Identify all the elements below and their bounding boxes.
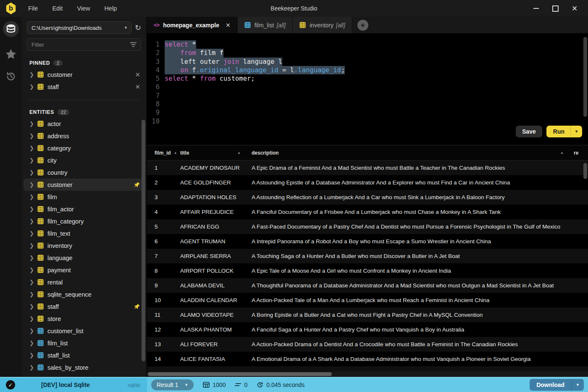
cell-title[interactable]: AIRPLANE SIERRA: [180, 253, 252, 259]
code-line-4[interactable]: 4 on f.original_language_id = l.language…: [147, 66, 345, 74]
cell-title[interactable]: ALASKA PHANTOM: [180, 326, 252, 333]
cell-film-id[interactable]: 4: [147, 209, 180, 215]
cell-title[interactable]: ALI FOREVER: [180, 341, 252, 347]
table-row-2[interactable]: 2 ACE GOLDFINGER A Astounding Epistle of…: [147, 175, 588, 190]
chevron-right-icon[interactable]: ❯: [29, 242, 34, 249]
chevron-right-icon[interactable]: ❯: [29, 364, 34, 371]
tab-inventory[interactable]: inventory [all]: [293, 17, 352, 33]
table-row-9[interactable]: 9 ALABAMA DEVIL A Thoughtful Panorama of…: [147, 278, 588, 293]
cell-film-id[interactable]: 12: [147, 326, 180, 333]
run-button[interactable]: Run ▼: [546, 126, 582, 137]
pinned-item-customer[interactable]: ❯ customer ✕: [22, 68, 146, 81]
cell-title[interactable]: AIRPORT POLLOCK: [180, 268, 252, 274]
code-line-3[interactable]: 3 left outer join language l: [147, 58, 345, 66]
table-row-7[interactable]: 7 AIRPLANE SIERRA A Touching Saga of a H…: [147, 249, 588, 263]
entity-item-category[interactable]: ❯ category: [22, 142, 146, 154]
chevron-right-icon[interactable]: ❯: [29, 157, 34, 163]
table-row-6[interactable]: 6 AGENT TRUMAN A Intrepid Panorama of a …: [147, 234, 588, 249]
cell-description[interactable]: A Epic Tale of a Moose And a Girl who mu…: [252, 268, 588, 274]
cell-film-id[interactable]: 11: [147, 312, 180, 318]
unpin-button[interactable]: ✕: [135, 83, 140, 91]
cell-description[interactable]: A Thoughtful Panorama of a Database Admi…: [252, 282, 588, 289]
entity-item-film_actor[interactable]: ❯ film_actor: [22, 203, 146, 215]
close-window-button[interactable]: ✕: [571, 5, 578, 12]
cell-description[interactable]: A Astounding Epistle of a Database Admin…: [252, 179, 588, 186]
cell-description[interactable]: A Fanciful Saga of a Hunter And a Pastry…: [252, 326, 588, 333]
favorites-panel-button[interactable]: [5, 49, 16, 59]
entity-item-inventory[interactable]: ❯ inventory: [22, 239, 146, 252]
chevron-right-icon[interactable]: ❯: [29, 328, 34, 334]
cell-film-id[interactable]: 9: [147, 282, 180, 289]
table-row-13[interactable]: 13 ALI FOREVER A Action-Packed Drama of …: [147, 337, 588, 352]
cell-title[interactable]: AGENT TRUMAN: [180, 238, 252, 245]
entity-item-customer[interactable]: ❯ customer: [24, 179, 144, 191]
entity-item-film_text[interactable]: ❯ film_text: [22, 227, 146, 239]
cell-title[interactable]: ALAMO VIDEOTAPE: [180, 312, 252, 318]
filter-input[interactable]: [32, 42, 130, 48]
chevron-right-icon[interactable]: ❯: [29, 218, 34, 224]
cell-description[interactable]: A Touching Saga of a Hunter And a Butler…: [252, 253, 588, 259]
cell-title[interactable]: AFRICAN EGG: [180, 224, 252, 230]
cell-title[interactable]: ALICE FANTASIA: [180, 356, 252, 362]
history-panel-button[interactable]: [5, 71, 16, 82]
new-tab-button[interactable]: +: [357, 20, 368, 31]
cell-title[interactable]: ACADEMY DINOSAUR: [180, 165, 252, 171]
chevron-right-icon[interactable]: ❯: [29, 230, 34, 237]
cell-film-id[interactable]: 6: [147, 238, 180, 245]
chevron-right-icon[interactable]: ❯: [29, 291, 34, 297]
code-line-2[interactable]: 2 from film f: [147, 49, 345, 57]
table-row-1[interactable]: 1 ACADEMY DINOSAUR A Epic Drama of a Fem…: [147, 160, 588, 175]
minimize-button[interactable]: [533, 5, 539, 12]
download-button[interactable]: Download ▼: [530, 379, 584, 391]
chevron-right-icon[interactable]: ❯: [29, 145, 34, 151]
column-header-description[interactable]: description ▲: [252, 150, 574, 156]
cell-title[interactable]: ACE GOLDFINGER: [180, 179, 252, 186]
cell-film-id[interactable]: 1: [147, 165, 180, 171]
chevron-right-icon[interactable]: ❯: [29, 84, 34, 90]
cell-film-id[interactable]: 14: [147, 356, 180, 362]
entity-item-rental[interactable]: ❯ rental: [22, 276, 146, 288]
cell-description[interactable]: A Astounding Reflection of a Lumberjack …: [252, 194, 588, 200]
chevron-right-icon[interactable]: ❯: [29, 279, 34, 285]
cell-film-id[interactable]: 8: [147, 268, 180, 274]
column-header-partial[interactable]: re: [574, 150, 588, 156]
cell-film-id[interactable]: 5: [147, 224, 180, 230]
chevron-right-icon[interactable]: ❯: [29, 303, 34, 310]
code-line-8[interactable]: 8: [147, 100, 345, 108]
result-selector[interactable]: Result 1 ▼: [151, 379, 194, 390]
table-row-12[interactable]: 12 ALASKA PHANTOM A Fanciful Saga of a H…: [147, 322, 588, 337]
cell-film-id[interactable]: 3: [147, 194, 180, 200]
chevron-right-icon[interactable]: ❯: [29, 267, 34, 273]
horizontal-scrollbar-thumb[interactable]: [148, 372, 332, 376]
entity-item-film_list[interactable]: ❯ film_list: [22, 337, 146, 349]
connection-status-button[interactable]: ✓ [DEV] local Sqlite sqlite: [0, 378, 147, 392]
editor-scrollbar[interactable]: [583, 37, 587, 117]
cell-film-id[interactable]: 2: [147, 179, 180, 186]
entity-item-city[interactable]: ❯ city: [22, 154, 146, 166]
chevron-right-icon[interactable]: ❯: [29, 71, 34, 78]
column-header-film-id[interactable]: film_id ▲: [147, 150, 180, 156]
sidebar-scrollbar[interactable]: [142, 120, 145, 361]
cell-title[interactable]: ALADDIN CALENDAR: [180, 297, 252, 303]
entity-item-film_category[interactable]: ❯ film_category: [22, 215, 146, 227]
entity-item-actor[interactable]: ❯ actor: [22, 118, 146, 130]
cell-description[interactable]: A Boring Epistle of a Butler And a Cat w…: [252, 312, 588, 318]
pinned-item-staff[interactable]: ❯ staff ✕: [22, 81, 146, 93]
cell-description[interactable]: A Emotional Drama of a A Shark And a Dat…: [252, 356, 588, 362]
cell-title[interactable]: ALABAMA DEVIL: [180, 282, 252, 289]
download-options-dropdown[interactable]: ▼: [571, 379, 584, 391]
code-line-1[interactable]: 1select *: [147, 40, 345, 49]
table-row-3[interactable]: 3 ADAPTATION HOLES A Astounding Reflecti…: [147, 190, 588, 205]
sql-editor[interactable]: 1select * 2 from film f 3 left outer joi…: [147, 33, 588, 145]
refresh-button[interactable]: ↻: [135, 24, 141, 32]
table-row-11[interactable]: 11 ALAMO VIDEOTAPE A Boring Epistle of a…: [147, 308, 588, 322]
table-row-5[interactable]: 5 AFRICAN EGG A Fast-Paced Documentary o…: [147, 219, 588, 234]
chevron-right-icon[interactable]: ❯: [29, 169, 34, 176]
code-area[interactable]: 1select * 2 from film f 3 left outer joi…: [147, 40, 345, 126]
chevron-right-icon[interactable]: ❯: [29, 352, 34, 358]
maximize-button[interactable]: [552, 5, 559, 12]
code-line-10[interactable]: 10: [147, 117, 345, 126]
code-line-9[interactable]: 9: [147, 108, 345, 117]
chevron-right-icon[interactable]: ❯: [29, 316, 34, 322]
chevron-right-icon[interactable]: ❯: [29, 121, 34, 127]
